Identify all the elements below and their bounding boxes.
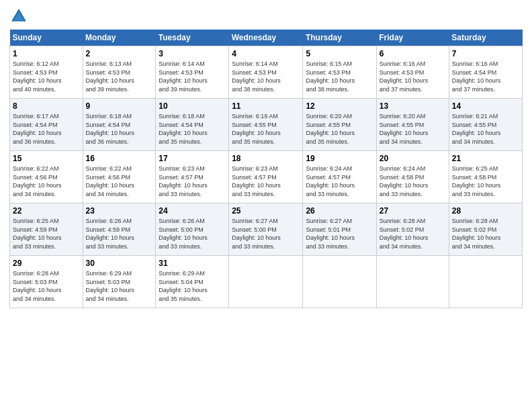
calendar-header-row: SundayMondayTuesdayWednesdayThursdayFrid… [10, 30, 523, 46]
day-info: Sunrise: 6:25 AM Sunset: 4:59 PM Dayligh… [13, 217, 80, 250]
day-number: 24 [159, 205, 226, 216]
day-info: Sunrise: 6:22 AM Sunset: 4:56 PM Dayligh… [86, 165, 153, 198]
day-number: 9 [86, 101, 153, 111]
day-info: Sunrise: 6:14 AM Sunset: 4:53 PM Dayligh… [159, 60, 226, 93]
calendar-cell: 23Sunrise: 6:26 AM Sunset: 4:59 PM Dayli… [83, 203, 156, 256]
day-info: Sunrise: 6:14 AM Sunset: 4:53 PM Dayligh… [232, 60, 300, 93]
calendar-cell: 3Sunrise: 6:14 AM Sunset: 4:53 PM Daylig… [156, 46, 229, 99]
day-number: 7 [452, 48, 519, 59]
day-number: 4 [232, 48, 300, 59]
logo-icon [9, 7, 28, 26]
calendar-cell: 13Sunrise: 6:20 AM Sunset: 4:55 PM Dayli… [376, 99, 449, 151]
calendar-cell: 28Sunrise: 6:28 AM Sunset: 5:02 PM Dayli… [449, 203, 522, 256]
day-number: 22 [13, 205, 80, 216]
calendar-table: SundayMondayTuesdayWednesdayThursdayFrid… [9, 30, 523, 308]
day-number: 12 [306, 101, 373, 111]
day-info: Sunrise: 6:23 AM Sunset: 4:57 PM Dayligh… [232, 165, 300, 198]
day-info: Sunrise: 6:28 AM Sunset: 5:03 PM Dayligh… [13, 269, 80, 303]
day-number: 25 [232, 205, 300, 216]
calendar-cell: 6Sunrise: 6:16 AM Sunset: 4:53 PM Daylig… [376, 46, 449, 99]
day-info: Sunrise: 6:25 AM Sunset: 4:58 PM Dayligh… [452, 165, 519, 198]
day-number: 1 [13, 48, 80, 59]
day-number: 27 [380, 205, 446, 216]
day-number: 20 [380, 153, 446, 164]
day-number: 19 [306, 153, 373, 164]
day-info: Sunrise: 6:19 AM Sunset: 4:55 PM Dayligh… [232, 112, 300, 146]
day-info: Sunrise: 6:22 AM Sunset: 4:56 PM Dayligh… [13, 165, 80, 198]
day-info: Sunrise: 6:29 AM Sunset: 5:04 PM Dayligh… [159, 269, 226, 303]
day-info: Sunrise: 6:18 AM Sunset: 4:54 PM Dayligh… [159, 112, 226, 146]
day-number: 31 [159, 258, 226, 269]
calendar-cell: 27Sunrise: 6:28 AM Sunset: 5:02 PM Dayli… [376, 203, 449, 256]
day-number: 13 [380, 101, 446, 111]
col-header-thursday: Thursday [303, 30, 376, 46]
day-number: 21 [452, 153, 519, 164]
header-row [9, 7, 523, 26]
day-info: Sunrise: 6:21 AM Sunset: 4:55 PM Dayligh… [452, 112, 519, 146]
calendar-cell: 1Sunrise: 6:12 AM Sunset: 4:53 PM Daylig… [10, 46, 83, 99]
calendar-cell: 24Sunrise: 6:26 AM Sunset: 5:00 PM Dayli… [156, 203, 229, 256]
calendar-cell: 18Sunrise: 6:23 AM Sunset: 4:57 PM Dayli… [229, 151, 303, 203]
calendar-cell: 7Sunrise: 6:16 AM Sunset: 4:54 PM Daylig… [449, 46, 522, 99]
day-number: 10 [159, 101, 226, 111]
calendar-cell: 8Sunrise: 6:17 AM Sunset: 4:54 PM Daylig… [10, 99, 83, 151]
day-number: 5 [306, 48, 373, 59]
day-number: 8 [13, 101, 80, 111]
day-info: Sunrise: 6:15 AM Sunset: 4:53 PM Dayligh… [306, 60, 373, 93]
day-number: 26 [306, 205, 373, 216]
day-number: 30 [86, 258, 153, 269]
day-info: Sunrise: 6:27 AM Sunset: 5:01 PM Dayligh… [306, 217, 373, 250]
day-number: 29 [13, 258, 80, 269]
calendar-cell: 11Sunrise: 6:19 AM Sunset: 4:55 PM Dayli… [229, 99, 303, 151]
day-info: Sunrise: 6:26 AM Sunset: 4:59 PM Dayligh… [86, 217, 153, 250]
page-container: SundayMondayTuesdayWednesdayThursdayFrid… [0, 0, 532, 312]
day-number: 23 [86, 205, 153, 216]
calendar-week-row: 8Sunrise: 6:17 AM Sunset: 4:54 PM Daylig… [10, 99, 523, 151]
day-number: 11 [232, 101, 300, 111]
calendar-cell [303, 256, 376, 308]
calendar-cell [449, 256, 522, 308]
day-info: Sunrise: 6:16 AM Sunset: 4:53 PM Dayligh… [380, 60, 446, 93]
day-info: Sunrise: 6:18 AM Sunset: 4:54 PM Dayligh… [86, 112, 153, 146]
col-header-tuesday: Tuesday [156, 30, 229, 46]
day-info: Sunrise: 6:24 AM Sunset: 4:57 PM Dayligh… [306, 165, 373, 198]
day-info: Sunrise: 6:28 AM Sunset: 5:02 PM Dayligh… [380, 217, 446, 250]
col-header-wednesday: Wednesday [229, 30, 303, 46]
calendar-week-row: 1Sunrise: 6:12 AM Sunset: 4:53 PM Daylig… [10, 46, 523, 99]
calendar-cell: 17Sunrise: 6:23 AM Sunset: 4:57 PM Dayli… [156, 151, 229, 203]
col-header-sunday: Sunday [10, 30, 83, 46]
calendar-cell: 14Sunrise: 6:21 AM Sunset: 4:55 PM Dayli… [449, 99, 522, 151]
calendar-week-row: 29Sunrise: 6:28 AM Sunset: 5:03 PM Dayli… [10, 256, 523, 308]
day-number: 28 [452, 205, 519, 216]
day-number: 17 [159, 153, 226, 164]
day-info: Sunrise: 6:12 AM Sunset: 4:53 PM Dayligh… [13, 60, 80, 93]
calendar-cell: 15Sunrise: 6:22 AM Sunset: 4:56 PM Dayli… [10, 151, 83, 203]
day-number: 3 [159, 48, 226, 59]
day-info: Sunrise: 6:13 AM Sunset: 4:53 PM Dayligh… [86, 60, 153, 93]
calendar-cell: 2Sunrise: 6:13 AM Sunset: 4:53 PM Daylig… [83, 46, 156, 99]
day-info: Sunrise: 6:28 AM Sunset: 5:02 PM Dayligh… [452, 217, 519, 250]
day-info: Sunrise: 6:20 AM Sunset: 4:55 PM Dayligh… [306, 112, 373, 146]
day-info: Sunrise: 6:24 AM Sunset: 4:58 PM Dayligh… [380, 165, 446, 198]
day-info: Sunrise: 6:17 AM Sunset: 4:54 PM Dayligh… [13, 112, 80, 146]
day-number: 18 [232, 153, 300, 164]
calendar-cell: 25Sunrise: 6:27 AM Sunset: 5:00 PM Dayli… [229, 203, 303, 256]
calendar-cell: 19Sunrise: 6:24 AM Sunset: 4:57 PM Dayli… [303, 151, 376, 203]
calendar-cell: 4Sunrise: 6:14 AM Sunset: 4:53 PM Daylig… [229, 46, 303, 99]
calendar-week-row: 15Sunrise: 6:22 AM Sunset: 4:56 PM Dayli… [10, 151, 523, 203]
day-number: 16 [86, 153, 153, 164]
calendar-cell: 21Sunrise: 6:25 AM Sunset: 4:58 PM Dayli… [449, 151, 522, 203]
col-header-monday: Monday [83, 30, 156, 46]
day-number: 2 [86, 48, 153, 59]
day-info: Sunrise: 6:26 AM Sunset: 5:00 PM Dayligh… [159, 217, 226, 250]
day-number: 15 [13, 153, 80, 164]
calendar-cell: 26Sunrise: 6:27 AM Sunset: 5:01 PM Dayli… [303, 203, 376, 256]
calendar-cell [229, 256, 303, 308]
day-info: Sunrise: 6:20 AM Sunset: 4:55 PM Dayligh… [380, 112, 446, 146]
day-info: Sunrise: 6:23 AM Sunset: 4:57 PM Dayligh… [159, 165, 226, 198]
calendar-cell: 31Sunrise: 6:29 AM Sunset: 5:04 PM Dayli… [156, 256, 229, 308]
day-info: Sunrise: 6:27 AM Sunset: 5:00 PM Dayligh… [232, 217, 300, 250]
calendar-cell [376, 256, 449, 308]
calendar-cell: 22Sunrise: 6:25 AM Sunset: 4:59 PM Dayli… [10, 203, 83, 256]
calendar-cell: 9Sunrise: 6:18 AM Sunset: 4:54 PM Daylig… [83, 99, 156, 151]
